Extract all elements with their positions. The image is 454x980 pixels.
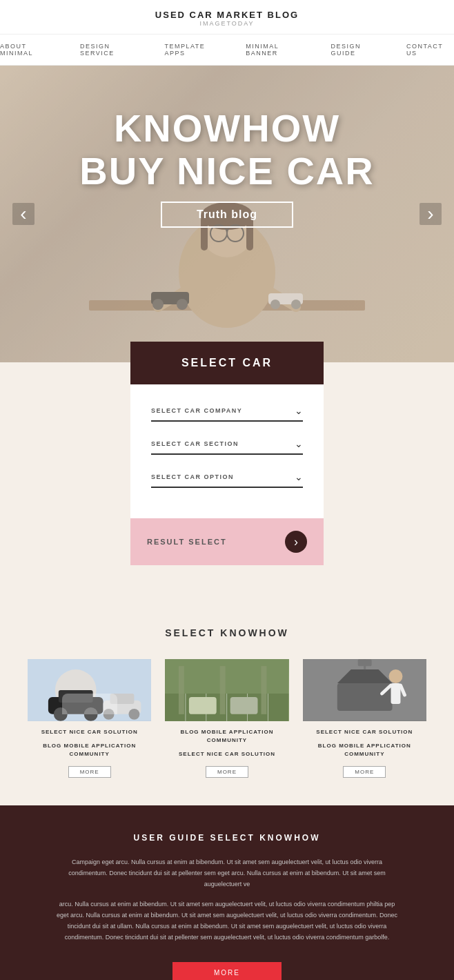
svg-rect-24: [110, 694, 135, 704]
knowhow-section: SELECT KNOWHOW SELECT NICE CAR SOLUTION: [0, 614, 454, 805]
svg-rect-43: [357, 659, 371, 666]
nav-contact[interactable]: CONTACT US: [406, 43, 454, 57]
nav-about[interactable]: ABOUT MINIMAL: [0, 43, 59, 57]
hero-badge: Truth blog: [161, 202, 293, 228]
hero-text: KNOWHOW BUY NICE CAR Truth blog: [0, 107, 454, 228]
hero-prev-button[interactable]: ‹: [12, 203, 34, 225]
hero-section: KNOWHOW BUY NICE CAR Truth blog ‹ ›: [0, 66, 454, 362]
nav: ABOUT MINIMAL DESIGN SERVICE TEMPLATE AP…: [0, 35, 454, 66]
result-label: RESULT SELECT: [147, 538, 227, 546]
knowhow-title: SELECT KNOWHOW: [28, 627, 426, 638]
svg-point-26: [128, 709, 139, 720]
hero-title-line1: KNOWHOW: [0, 107, 454, 150]
card-illustration-3: [303, 659, 426, 721]
hero-title-line2: BUY NICE CAR: [0, 150, 454, 193]
select-car-section: SELECT CAR SELECT CAR COMPANY ⌄ SELECT C…: [0, 362, 454, 614]
svg-rect-38: [230, 697, 258, 714]
card-title-1b: BLOG MOBILE APPLICATION COMMUNITY: [28, 742, 151, 758]
nav-banner[interactable]: MINIMAL BANNER: [246, 43, 310, 57]
svg-point-25: [103, 709, 115, 720]
select-car-body: SELECT CAR COMPANY ⌄ SELECT CAR SECTION …: [130, 384, 324, 518]
info-title: USER GUIDE SELECT KNOWHOW: [55, 833, 399, 843]
nav-template[interactable]: TEMPLATE APPS: [164, 43, 225, 57]
svg-point-22: [84, 707, 98, 721]
card-illustration-1: [28, 659, 151, 721]
card-title-3b: BLOG MOBILE APPLICATION COMMUNITY: [303, 742, 426, 758]
svg-rect-45: [391, 683, 400, 704]
section-arrow-icon: ⌄: [295, 438, 303, 449]
card-title-1a: SELECT NICE CAR SOLUTION: [28, 728, 151, 736]
svg-rect-37: [189, 697, 217, 714]
nav-guide[interactable]: DESIGN GUIDE: [331, 43, 386, 57]
info-paragraph-1: Campaign eget arcu. Nulla cursus at enim…: [55, 856, 399, 890]
card-more-button-2[interactable]: MORE: [206, 766, 248, 778]
svg-point-44: [388, 669, 402, 683]
card-title-2b: SELECT NICE CAR SOLUTION: [165, 750, 288, 758]
nav-design[interactable]: DESIGN SERVICE: [80, 43, 144, 57]
card-title-2a: BLOG MOBILE APPLICATION COMMUNITY: [165, 728, 288, 745]
option-label: SELECT CAR OPTION: [151, 473, 234, 480]
knowhow-card-3: SELECT NICE CAR SOLUTION BLOG MOBILE APP…: [303, 659, 426, 778]
card-image-1: [28, 659, 151, 721]
info-paragraph-2: arcu. Nulla cursus at enim at bibendum. …: [55, 899, 399, 943]
card-more-button-3[interactable]: MORE: [343, 766, 386, 778]
hero-next-button[interactable]: ›: [420, 203, 442, 225]
knowhow-card-1: SELECT NICE CAR SOLUTION BLOG MOBILE APP…: [28, 659, 151, 778]
card-image-2: [165, 659, 288, 721]
knowhow-cards: SELECT NICE CAR SOLUTION BLOG MOBILE APP…: [28, 659, 426, 778]
header-subtitle: IMAGETODAY: [0, 20, 454, 27]
header: USED CAR MARKET BLOG IMAGETODAY: [0, 0, 454, 35]
svg-rect-35: [220, 666, 226, 714]
select-section-dropdown[interactable]: SELECT CAR SECTION ⌄: [151, 431, 303, 455]
info-section: USER GUIDE SELECT KNOWHOW Campaign eget …: [0, 805, 454, 980]
select-company-dropdown[interactable]: SELECT CAR COMPANY ⌄: [151, 398, 303, 422]
result-go-button[interactable]: ›: [285, 531, 307, 553]
option-arrow-icon: ⌄: [295, 471, 303, 482]
company-arrow-icon: ⌄: [295, 405, 303, 416]
select-option-dropdown[interactable]: SELECT CAR OPTION ⌄: [151, 464, 303, 488]
knowhow-card-2: BLOG MOBILE APPLICATION COMMUNITY SELECT…: [165, 659, 288, 778]
company-label: SELECT CAR COMPANY: [151, 407, 242, 414]
section-label: SELECT CAR SECTION: [151, 440, 239, 447]
card-illustration-2: [165, 659, 288, 721]
card-title-3a: SELECT NICE CAR SOLUTION: [303, 728, 426, 736]
svg-rect-34: [179, 666, 184, 714]
card-more-button-1[interactable]: MORE: [68, 766, 111, 778]
svg-rect-20: [59, 690, 93, 703]
header-title: USED CAR MARKET BLOG: [0, 10, 454, 20]
select-car-header: SELECT CAR: [130, 342, 324, 384]
select-car-widget: SELECT CAR SELECT CAR COMPANY ⌄ SELECT C…: [130, 342, 324, 565]
info-more-button[interactable]: MORE: [172, 962, 282, 980]
select-result-bar: RESULT SELECT ›: [130, 518, 324, 565]
svg-rect-36: [261, 666, 267, 714]
card-image-3: [303, 659, 426, 721]
svg-rect-40: [337, 683, 392, 711]
svg-point-21: [54, 707, 68, 721]
